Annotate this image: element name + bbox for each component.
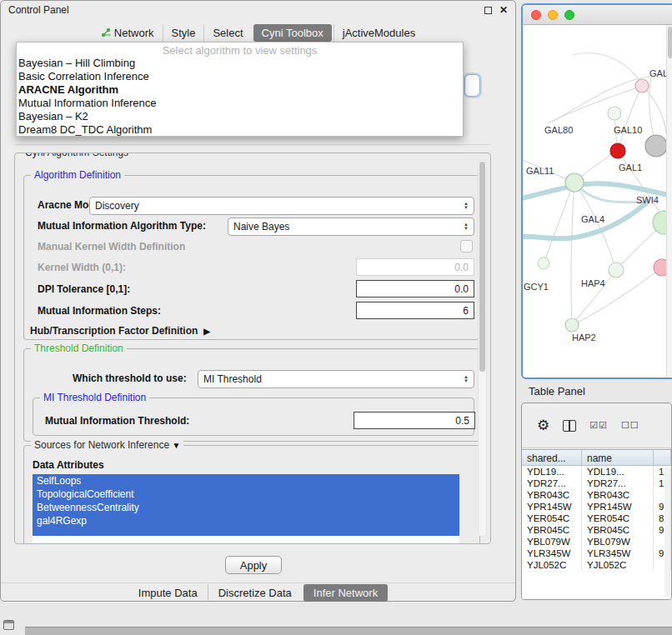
- collapse-icon: ▼: [172, 441, 180, 450]
- which-threshold-label: Which threshold to use:: [73, 372, 187, 384]
- algorithm-dropdown-popup: Select algorithm to view settings Bayesi…: [16, 42, 464, 137]
- dropdown-item-mutual-information-inference[interactable]: Mutual Information Inference: [17, 97, 463, 110]
- manual-kernel-checkbox[interactable]: [460, 240, 473, 252]
- table-scrollbar[interactable]: [664, 467, 670, 597]
- mi-type-select[interactable]: Naive Bayes ▲▼: [228, 218, 474, 236]
- table-row[interactable]: YDL19...YDL19...13: [522, 466, 671, 478]
- column-header-shared[interactable]: shared...: [522, 450, 582, 465]
- table-cell: YER054C: [582, 512, 654, 524]
- panel-divider: [14, 144, 491, 145]
- mi-type-label: Mutual Information Algorithm Type:: [38, 220, 206, 232]
- tab-cyni-toolbox[interactable]: Cyni Toolbox: [253, 24, 332, 42]
- control-panel-titlebar: Control Panel ✕: [1, 1, 515, 19]
- tab-label: Style: [172, 27, 196, 39]
- close-icon[interactable]: ✕: [499, 6, 508, 14]
- table-row[interactable]: YBR043CYBR043C: [522, 489, 671, 501]
- dpi-tolerance-input[interactable]: 0.0: [356, 280, 474, 298]
- node-label-gal11: GAL11: [526, 166, 554, 176]
- mi-threshold-input[interactable]: 0.5: [354, 412, 475, 429]
- dpi-tolerance-label: DPI Tolerance [0,1]:: [38, 283, 130, 295]
- network-node[interactable]: [635, 79, 649, 92]
- bottom-tab-impute-data[interactable]: Impute Data: [128, 584, 208, 602]
- table-cell: YBL079W: [582, 536, 654, 548]
- table-row[interactable]: YPR145WYPR145W9.: [522, 501, 671, 512]
- dropdown-item-dream8-dc-tdc-algorithm[interactable]: Dream8 DC_TDC Algorithm: [17, 123, 463, 137]
- close-traffic-light-icon[interactable]: [531, 10, 541, 20]
- table-row[interactable]: YDR27...YDR27...12: [522, 478, 671, 489]
- tab-select[interactable]: Select: [203, 24, 251, 42]
- which-threshold-value: MI Threshold: [203, 373, 262, 385]
- dropdown-item-basic-correlation-inference[interactable]: Basic Correlation Inference: [17, 70, 463, 83]
- zoom-traffic-light-icon[interactable]: [564, 10, 574, 20]
- table-cell: YLR345W: [582, 548, 654, 559]
- network-icon: [101, 28, 111, 38]
- tab-jactivemodules[interactable]: jActiveModules: [333, 24, 424, 42]
- minimize-traffic-light-icon[interactable]: [548, 10, 558, 20]
- table-cell: YPR145W: [522, 501, 582, 512]
- data-attributes-label: Data Attributes: [33, 459, 104, 471]
- network-node[interactable]: [565, 173, 584, 192]
- network-node[interactable]: [565, 318, 579, 332]
- tab-label: Select: [213, 27, 243, 39]
- tab-label: jActiveModules: [343, 27, 415, 39]
- tab-style[interactable]: Style: [163, 24, 204, 42]
- mi-threshold-group-title: MI Threshold Definition: [40, 392, 149, 403]
- dropdown-item-bayesian-k2[interactable]: Bayesian – K2: [17, 110, 463, 123]
- list-item-partial[interactable]: [33, 528, 459, 536]
- aracne-mode-select[interactable]: Discovery ▲▼: [89, 197, 474, 215]
- bottom-tab-infer-network[interactable]: Infer Network: [303, 584, 388, 602]
- mi-threshold-label: Mutual Information Threshold:: [45, 415, 189, 427]
- node-label-swi4: SWI4: [636, 195, 659, 205]
- column-header-name[interactable]: name: [582, 450, 654, 465]
- list-item-topologicalcoefficient[interactable]: TopologicalCoefficient: [33, 488, 459, 501]
- sources-group: Sources for Network Inference ▼ Data Att…: [23, 445, 480, 544]
- node-label-hap2: HAP2: [572, 332, 596, 342]
- hub-definition-toggle[interactable]: Hub/Transcription Factor Definition ▶: [30, 325, 210, 337]
- network-node[interactable]: [538, 258, 549, 269]
- minimized-panel-icon[interactable]: [3, 620, 14, 630]
- node-label-gal4: GAL4: [581, 214, 604, 224]
- network-node[interactable]: [645, 135, 667, 157]
- columns-icon[interactable]: [563, 420, 576, 432]
- list-item-gal4rgexp[interactable]: gal4RGexp: [33, 514, 459, 528]
- scrollbar-thumb[interactable]: [479, 162, 485, 372]
- kernel-width-value: 0.0: [454, 262, 469, 273]
- network-node[interactable]: [610, 143, 625, 158]
- gear-icon[interactable]: ⚙: [537, 417, 549, 434]
- mi-steps-input[interactable]: 6: [356, 302, 474, 319]
- kernel-width-input[interactable]: 0.0: [356, 258, 474, 276]
- float-window-icon[interactable]: [484, 7, 492, 14]
- network-node[interactable]: [608, 107, 621, 120]
- node-label-gal80: GAL80: [544, 125, 573, 135]
- bottom-tab-discretize-data[interactable]: Discretize Data: [208, 584, 302, 602]
- network-canvas[interactable]: GALGAL80GAL10GAL11GAL1SWI4GAL4GCY1HAP4YH…: [523, 25, 672, 378]
- table-row[interactable]: YLR345WYLR345W9.: [522, 548, 671, 559]
- table-row[interactable]: YER054CYER054C8.: [522, 512, 671, 524]
- table-row[interactable]: YJL052CYJL052C: [522, 559, 671, 571]
- algorithm-settings-button[interactable]: [464, 74, 480, 97]
- table-panel-window: ⚙ ☑☑ ☐☐ shared...name YDL19...YDL19...13…: [521, 402, 672, 600]
- apply-button[interactable]: Apply: [225, 556, 282, 574]
- network-node[interactable]: [609, 262, 624, 278]
- settings-scrollbar[interactable]: [478, 160, 487, 537]
- table-row[interactable]: YBR045CYBR045C9.: [522, 524, 671, 536]
- deselect-all-checkbox-icon[interactable]: ☐☐: [621, 420, 639, 431]
- list-item-betweennesscentrality[interactable]: BetweennessCentrality: [33, 501, 459, 514]
- dropdown-item-bayesian-hill-climbing[interactable]: Bayesian – Hill Climbing: [17, 57, 463, 70]
- network-scrollbar[interactable]: [666, 25, 672, 378]
- sources-group-title[interactable]: Sources for Network Inference ▼: [31, 439, 183, 451]
- mi-steps-value: 6: [463, 305, 469, 317]
- dropdown-item-aracne-algorithm[interactable]: ARACNE Algorithm: [17, 83, 463, 97]
- algorithm-definition-group: Algorithm Definition Aracne Mode: Discov…: [23, 175, 480, 340]
- tab-network[interactable]: Network: [93, 24, 163, 42]
- table-row[interactable]: YBL079WYBL079W: [522, 536, 671, 548]
- list-item-selfloops[interactable]: SelfLoops: [33, 474, 459, 488]
- node-label-gal1: GAL1: [619, 162, 642, 172]
- column-header-2[interactable]: [654, 450, 671, 465]
- control-panel-tabs: NetworkStyleSelectCyni ToolboxjActiveMod…: [1, 22, 515, 42]
- which-threshold-select[interactable]: MI Threshold ▲▼: [198, 370, 474, 388]
- select-all-checkbox-icon[interactable]: ☑☑: [589, 420, 608, 431]
- data-attributes-list[interactable]: SelfLoopsTopologicalCoefficientBetweenne…: [33, 474, 459, 544]
- node-table: shared...name YDL19...YDL19...13YDR27...…: [522, 449, 671, 599]
- scrollbar-thumb[interactable]: [668, 27, 672, 58]
